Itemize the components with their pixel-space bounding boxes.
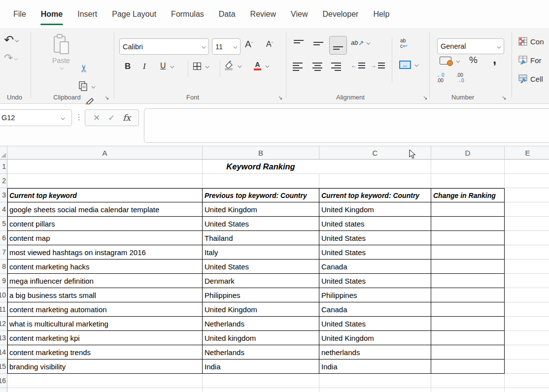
tab-developer[interactable]: Developer [315,0,366,28]
conditional-formatting-button[interactable]: Con [518,35,549,48]
row-header-9[interactable]: 9 [0,274,7,288]
select-all-corner[interactable] [0,146,7,160]
cell-C9[interactable]: United States [319,274,431,288]
column-header-D[interactable]: D [431,146,505,160]
cell-C13[interactable]: United Kingdom [319,331,431,345]
underline-button[interactable]: U [160,62,174,70]
tab-formulas[interactable]: Formulas [164,0,211,28]
borders-button[interactable] [193,63,209,70]
bottom-align-button[interactable] [329,36,347,55]
wrap-text-button[interactable]: ab c↩ [400,38,407,49]
cancel-icon[interactable]: ✕ [93,113,100,123]
cell-E10[interactable] [505,288,549,302]
cell-D5[interactable] [431,217,505,231]
cell-D7[interactable] [431,245,505,260]
cell-E7[interactable] [505,245,549,260]
cell-E17[interactable] [505,388,549,392]
row-header-12[interactable]: 12 [0,317,7,331]
cell-D16[interactable] [431,374,505,388]
cell-B10[interactable]: Philippines [203,288,319,302]
bold-button[interactable]: B [125,62,131,71]
row-header-4[interactable]: 4 [0,202,7,217]
cell-A13[interactable]: content marketing kpi [7,331,203,345]
cell-D11[interactable] [431,302,505,317]
cell-A9[interactable]: mega influencer definition [7,274,203,288]
row-header-14[interactable]: 14 [0,345,7,359]
alignment-dialog-launcher[interactable]: ↘ [423,95,427,100]
italic-button[interactable]: I [143,62,146,71]
cell-A16[interactable] [7,374,203,388]
grow-font-button[interactable]: Aˆ [245,39,253,50]
tab-page-layout[interactable]: Page Layout [104,0,164,28]
cell-B11[interactable]: United Kingdom [203,302,319,317]
row-header-17[interactable]: 17 [0,388,7,392]
font-size-combo[interactable]: 11 [212,38,240,55]
cell-E6[interactable] [505,231,549,245]
insert-function-button[interactable]: fx [123,113,131,123]
cell-B14[interactable]: Netherlands [203,345,319,359]
cell-C15[interactable]: India [319,359,431,374]
row-header-11[interactable]: 11 [0,302,7,317]
cell-A12[interactable]: what is multicultural marketing [7,317,203,331]
number-dialog-launcher[interactable]: ↘ [502,95,506,100]
cell-B13[interactable]: United kingdom [203,331,319,345]
row-header-7[interactable]: 7 [0,245,7,260]
cell-E8[interactable] [505,260,549,274]
cell-A11[interactable]: content marketing automation [7,302,203,317]
accounting-format-button[interactable] [440,57,460,65]
cell-C6[interactable]: United States [319,231,431,245]
cell-C5[interactable]: United states [319,217,431,231]
cell-C10[interactable]: Philippines [319,288,431,302]
clipboard-dialog-launcher[interactable]: ↘ [104,95,109,100]
cell-E4[interactable] [505,202,549,217]
column-header-A[interactable]: A [7,146,203,160]
cell-D6[interactable] [431,231,505,245]
decrease-decimal-button[interactable]: .00→0 [456,72,464,83]
percent-style-button[interactable]: % [469,55,478,65]
tab-home[interactable]: Home [34,0,70,28]
row-header-10[interactable]: 10 [0,288,7,302]
cell-B8[interactable]: United States [203,260,319,274]
font-color-button[interactable]: A [254,61,269,70]
cell-E13[interactable] [505,331,549,345]
cell-E14[interactable] [505,345,549,359]
cell-E3[interactable] [505,188,549,202]
cell-D4[interactable] [431,202,505,217]
tab-view[interactable]: View [283,0,315,28]
cell-D17[interactable] [431,388,505,392]
comma-style-button[interactable]: , [493,56,496,64]
cell-B4[interactable]: United Kingdom [203,202,319,217]
row-header-3[interactable]: 3 [0,188,7,202]
shrink-font-button[interactable]: Aˇ [266,40,273,49]
fill-color-button[interactable] [224,61,241,70]
font-name-combo[interactable]: Calibri [119,38,209,55]
middle-align-button[interactable] [313,42,323,45]
cell-E15[interactable] [505,359,549,374]
cell-A3[interactable]: Current top keyword [7,188,203,202]
cell-C8[interactable]: Canada [319,260,431,274]
cell-B12[interactable]: Netherlands [203,317,319,331]
row-header-5[interactable]: 5 [0,217,7,231]
cell-D1[interactable] [431,160,505,174]
decrease-indent-button[interactable]: ← [351,63,365,68]
cell-A6[interactable]: content map [7,231,203,245]
cell-D10[interactable] [431,288,505,302]
enter-check-icon[interactable]: ✓ [108,113,115,123]
cell-C7[interactable]: United States [319,245,431,260]
column-header-B[interactable]: B [203,146,319,160]
cell-D13[interactable] [431,331,505,345]
cell-D8[interactable] [431,260,505,274]
font-dialog-launcher[interactable]: ↘ [278,95,282,100]
cell-E1[interactable] [505,160,549,174]
cell-D9[interactable] [431,274,505,288]
cell-D12[interactable] [431,317,505,331]
undo-button[interactable]: ↶ [4,34,19,46]
format-as-table-button[interactable]: For [518,54,549,66]
cell-D15[interactable] [431,359,505,374]
redo-button[interactable]: ↷ [4,53,18,64]
cell-A4[interactable]: google sheets social media calendar temp… [7,202,203,217]
align-left-button[interactable] [293,63,303,71]
column-header-E[interactable]: E [505,146,549,160]
tab-data[interactable]: Data [211,0,243,28]
paste-button[interactable]: Paste [48,34,74,87]
